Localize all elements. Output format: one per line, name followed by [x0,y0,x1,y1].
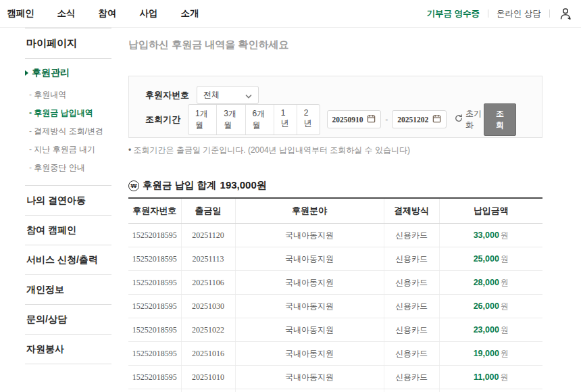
date-from-input[interactable]: 20250910 [327,110,382,128]
period-1year-button[interactable]: 1년 [274,105,297,134]
donor-number-cell: 15252018595 [128,366,181,389]
category-cell: 국내아동지원 [235,295,384,318]
category-cell: 국내아동지원 [235,271,384,295]
sidebar-item-volunteer[interactable]: 자원봉사 [25,335,111,364]
won-circle-icon: ₩ [128,180,139,191]
donor-number-select[interactable]: 전체 [197,86,259,104]
sidebar-item-payment-history[interactable]: 후원금 납입내역 [29,104,111,122]
category-cell: 국내아동지원 [235,342,384,366]
sidebar-item-personal-info[interactable]: 개인정보 [25,275,111,305]
donation-receipt-link[interactable]: 기부금 영수증 [427,8,480,20]
sidebar: 마이페이지 후원관리 후원내역 후원금 납입내역 결제방식 조회/변경 지난 후… [25,28,111,392]
chevron-down-icon [245,89,252,101]
amount-value: 28,000 [474,278,499,287]
date-cell: 20251016 [181,342,235,366]
sidebar-group-support: 후원관리 후원내역 후원금 납입내역 결제방식 조회/변경 지난 후원금 내기 … [25,59,111,186]
divider [488,9,488,18]
amount-cell: 23,000원 [439,318,542,342]
sidebar-item-stop-support[interactable]: 후원중단 안내 [29,159,111,177]
period-6month-button[interactable]: 6개월 [245,105,274,134]
category-cell: 국내아동지원 [235,247,384,271]
col-withdraw-date: 출금일 [181,198,235,224]
selected-value: 전체 [203,89,220,101]
search-filter-panel: 후원자번호 전체 조회기간 1개월 3개월 6개월 1년 2년 [128,76,542,138]
payment-cell: 신용카드 [384,342,439,366]
sidebar-item-support-history[interactable]: 후원내역 [29,86,111,104]
amount-suffix: 원 [501,301,509,311]
table-row: 15252018595 20250911 국내아동지원 신용카드 28,000원 [128,389,542,392]
sidebar-item-support-management[interactable]: 후원관리 [25,59,111,86]
table-header-row: 후원자번호 출금일 후원분야 결제방식 납입금액 [128,198,542,224]
date-from-value: 20250910 [332,116,363,124]
table-row: 15252018595 20251106 국내아동지원 신용카드 28,000원 [128,271,542,295]
amount-cell: 26,000원 [439,295,542,318]
amount-value: 19,000 [474,349,499,358]
amount-value: 11,000 [474,372,499,382]
search-button[interactable]: 조회 [484,103,516,136]
sidebar-item-past-donation[interactable]: 지난 후원금 내기 [29,141,111,159]
amount-value: 33,000 [474,230,499,240]
period-2year-button[interactable]: 2년 [297,105,320,134]
sidebar-submenu: 후원내역 후원금 납입내역 결제방식 조회/변경 지난 후원금 내기 후원중단 … [25,86,111,186]
payment-cell: 신용카드 [384,271,439,295]
donor-number-cell: 15252018595 [128,247,181,271]
reset-label: 초기화 [465,108,484,131]
category-cell: 국내아동지원 [235,318,384,342]
user-icon[interactable] [558,6,573,21]
summary-total: 193,000원 [220,179,267,192]
table-row: 15252018595 20251113 국내아동지원 신용카드 25,000원 [128,247,542,271]
col-amount: 납입금액 [439,198,542,224]
donor-number-cell: 15252018595 [128,389,181,392]
sidebar-title-mypage[interactable]: 마이페이지 [25,28,111,59]
period-note: 조회기간은 출금일 기준입니다. (2004년 납입내역부터 조회하실 수 있습… [128,145,542,156]
online-consult-link[interactable]: 온라인 상담 [497,8,541,20]
sidebar-item-service-request[interactable]: 서비스 신청/출력 [25,245,111,275]
amount-suffix: 원 [501,230,509,240]
nav-item-business[interactable]: 사업 [140,7,158,20]
calendar-icon[interactable] [432,114,441,126]
donor-number-cell: 15252018595 [128,342,181,366]
main-nav: 캠페인 소식 참여 사업 소개 [7,7,199,20]
amount-cell: 28,000원 [439,389,542,392]
page-title: 납입하신 후원금 내역을 확인하세요 [128,39,542,51]
nav-item-about[interactable]: 소개 [181,7,199,20]
payment-cell: 신용카드 [384,389,439,392]
sidebar-item-campaigns[interactable]: 참여 캠페인 [25,216,111,245]
date-cell: 20250911 [181,389,235,392]
col-support-field: 후원분야 [235,198,384,224]
amount-cell: 11,000원 [439,366,542,389]
category-cell: 국내아동지원 [235,366,384,389]
donor-number-cell: 15252018595 [128,271,181,295]
amount-suffix: 원 [501,254,509,264]
category-cell: 국내아동지원 [235,389,384,392]
amount-value: 23,000 [474,325,499,335]
amount-value: 25,000 [474,254,499,264]
nav-item-participate[interactable]: 참여 [99,7,117,20]
amount-cell: 28,000원 [439,271,542,295]
divider [549,9,550,18]
date-to-input[interactable]: 20251202 [392,110,447,128]
summary-label: 후원금 납입 합계 [143,179,217,192]
table-row: 15252018595 20251010 국내아동지원 신용카드 11,000원 [128,366,542,389]
donor-number-label: 후원자번호 [145,89,197,101]
calendar-icon[interactable] [367,114,376,126]
sidebar-item-my-children[interactable]: 나의 결연아동 [25,186,111,216]
date-to-value: 20251202 [397,116,428,124]
table-row: 15252018595 20251030 국내아동지원 신용카드 26,000원 [128,295,542,318]
period-label: 조회기간 [145,114,188,126]
date-cell: 20251113 [181,247,235,271]
table-row: 15252018595 20251016 국내아동지원 신용카드 19,000원 [128,342,542,366]
period-3month-button[interactable]: 3개월 [216,105,245,134]
date-cell: 20251030 [181,295,235,318]
period-1month-button[interactable]: 1개월 [188,105,216,134]
payment-total-summary: ₩ 후원금 납입 합계 193,000원 [128,179,542,197]
nav-item-campaign[interactable]: 캠페인 [7,7,34,20]
amount-suffix: 원 [501,372,509,382]
reset-button[interactable]: 초기화 [455,108,484,131]
nav-item-news[interactable]: 소식 [57,7,76,20]
sidebar-group-label: 후원관리 [32,67,70,79]
arrow-right-icon [25,70,28,76]
sidebar-item-inquiry[interactable]: 문의/상담 [25,305,111,335]
donor-number-row: 후원자번호 전체 [145,86,531,104]
sidebar-item-payment-method[interactable]: 결제방식 조회/변경 [29,122,111,141]
